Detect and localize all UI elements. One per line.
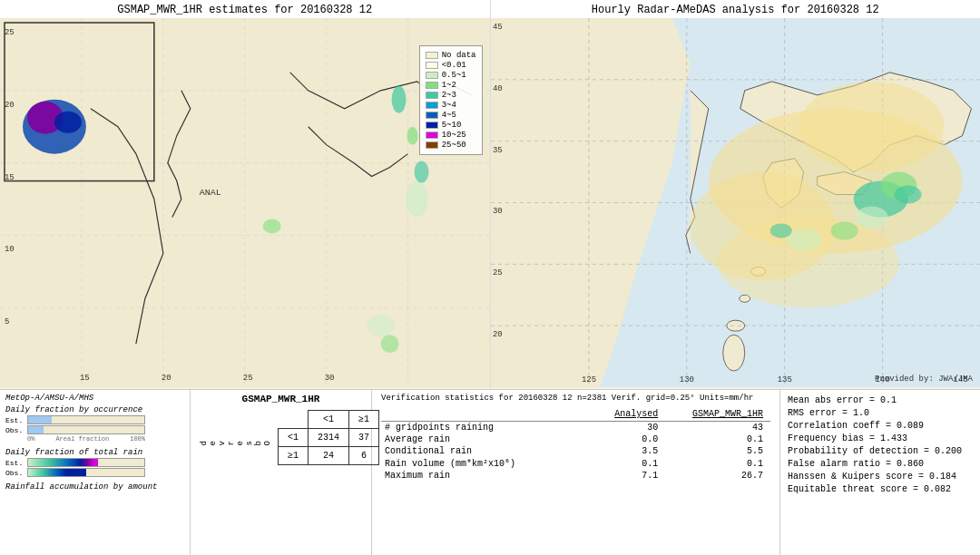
legend-color-510	[426, 122, 438, 129]
verif-table: Analysed GSMAP_MWR_1HR # gridpoints rain…	[381, 408, 770, 482]
legend-item-23: 2~3	[426, 91, 476, 100]
left-stats-panel: MetOp-A/AMSU-A/MHS Daily fraction by occ…	[0, 390, 191, 555]
error-item-7: Equitable threat score = 0.082	[788, 484, 973, 494]
legend-label-12: 1~2	[442, 81, 456, 90]
verif-row-4: Maximum rain 7.1 26.7	[381, 470, 770, 482]
contingency-table: <1 ≥1 <1 2314 37 ≥1 24 6	[278, 410, 379, 465]
svg-point-53	[855, 206, 887, 228]
error-item-0: Mean abs error = 0.1	[788, 395, 973, 405]
legend-color-34	[426, 102, 438, 109]
ctable-header-row: <1 ≥1	[279, 411, 379, 429]
legend-label-1025: 10~25	[442, 131, 466, 140]
legend-label-23: 2~3	[442, 91, 456, 100]
est-label-1: Est.	[5, 416, 25, 424]
svg-text:20: 20	[492, 330, 502, 339]
verif-label-0: # gridpoints raining	[381, 422, 595, 434]
fraction-occurrence-section: Daily fraction by occurrence Est. Obs. 0…	[5, 405, 184, 443]
right-map-svg: 45 40 35 30 25 20 125 130 135 140 145	[491, 18, 981, 387]
verif-label-3: Rain volume (mm*km²x10⁶)	[381, 457, 595, 470]
svg-point-20	[381, 335, 399, 353]
verif-label-2: Conditional rain	[381, 445, 595, 457]
svg-point-15	[407, 127, 418, 145]
rainfall-accum-label: Rainfall accumulation by amount	[5, 482, 184, 492]
legend-color-23	[426, 92, 438, 99]
error-item-1: RMS error = 1.0	[788, 408, 973, 418]
right-map-bg: 45 40 35 30 25 20 125 130 135 140 145 Pr…	[491, 18, 981, 387]
svg-point-52	[894, 186, 921, 204]
ctable-wrapper: Observed <1 ≥1 <1 2314 37	[198, 410, 364, 465]
scale-end-1: 100%	[130, 435, 145, 443]
verif-title: Verification statistics for 20160328 12 …	[381, 394, 770, 403]
svg-point-35	[726, 320, 744, 331]
legend-item-05: 0.5~1	[426, 71, 476, 80]
est-rain-fill	[28, 459, 98, 466]
legend-label-001: <0.01	[442, 61, 466, 70]
legend-color-12	[426, 82, 438, 89]
svg-text:25: 25	[5, 28, 15, 37]
obs-occurrence-row: Obs.	[5, 425, 184, 434]
left-map-svg: 25 20 15 10 5 15 20 25 30 ANAL	[0, 18, 490, 387]
error-item-5: False alarm ratio = 0.860	[788, 459, 973, 469]
svg-text:35: 35	[492, 146, 502, 155]
left-stats-title: MetOp-A/AMSU-A/MHS	[5, 394, 184, 403]
svg-point-56	[769, 223, 791, 238]
verif-val-gsmap-1: 0.1	[665, 433, 770, 445]
est-occurrence-row: Est.	[5, 415, 184, 424]
error-item-4: Probability of detection = 0.200	[788, 446, 973, 456]
svg-text:30: 30	[492, 207, 502, 216]
ctable-col-less: <1	[309, 411, 349, 429]
legend-label-2550: 25~50	[442, 141, 466, 150]
svg-point-36	[722, 335, 744, 371]
legend-color-45	[426, 112, 438, 119]
legend-label-05: 0.5~1	[442, 71, 466, 80]
verif-stats-panel: Verification statistics for 20160328 12 …	[372, 390, 780, 555]
verif-val-analysed-3: 0.1	[595, 457, 665, 470]
svg-text:15: 15	[5, 173, 15, 182]
svg-point-16	[407, 181, 428, 218]
svg-text:20: 20	[5, 101, 15, 110]
ctable-row-less: <1 2314 37	[279, 429, 379, 447]
svg-point-54	[830, 221, 858, 239]
fraction-rain-label: Daily fraction of total rain	[5, 448, 184, 457]
ctable-row-label-gte: ≥1	[279, 447, 309, 465]
obs-vertical-label: Observed	[198, 437, 274, 447]
svg-text:10: 10	[5, 245, 15, 254]
verif-header-row: Analysed GSMAP_MWR_1HR	[381, 408, 770, 421]
legend-item-2550: 25~50	[426, 141, 476, 150]
main-container: GSMAP_MWR_1HR estimates for 20160328 12	[0, 0, 980, 555]
ctable-row-gte: ≥1 24 6	[279, 447, 379, 465]
scale-start-1: 0%	[27, 435, 34, 443]
verif-val-gsmap-2: 5.5	[665, 445, 770, 457]
svg-text:130: 130	[679, 375, 693, 385]
legend-item-001: <0.01	[426, 61, 476, 70]
legend-color-1025	[426, 131, 438, 139]
verif-col-analysed: Analysed	[595, 408, 665, 421]
verif-val-analysed-0: 30	[595, 422, 665, 434]
verif-val-analysed-4: 7.1	[595, 470, 665, 482]
legend-color-001	[426, 62, 438, 69]
bar-scale-1: 0% Areal fraction 100%	[27, 435, 145, 443]
verif-val-gsmap-0: 43	[665, 422, 770, 434]
left-map-title: GSMAP_MWR_1HR estimates for 20160328 12	[0, 0, 490, 18]
verif-val-gsmap-4: 26.7	[665, 470, 770, 482]
legend-color-nodata	[426, 52, 438, 59]
legend-label-34: 3~4	[442, 101, 456, 110]
legend-item-34: 3~4	[426, 101, 476, 110]
legend-item-45: 4~5	[426, 111, 476, 120]
svg-text:30: 30	[325, 374, 335, 383]
ctable-row-label-less: <1	[279, 429, 309, 447]
svg-text:15: 15	[80, 374, 90, 383]
est-rain-row: Est.	[5, 458, 184, 467]
svg-point-13	[54, 112, 82, 133]
svg-text:5: 5	[5, 317, 9, 326]
verif-label-4: Maximum rain	[381, 470, 595, 482]
obs-rain-fill	[28, 469, 86, 476]
svg-text:45: 45	[492, 23, 502, 32]
est-occurrence-bar	[27, 415, 145, 424]
ctable-val-gtelt: 24	[309, 447, 349, 465]
svg-text:40: 40	[492, 84, 502, 93]
legend-item-510: 5~10	[426, 121, 476, 130]
obs-occurrence-fill	[28, 426, 44, 433]
verif-row-0: # gridpoints raining 30 43	[381, 422, 770, 434]
legend-item-12: 1~2	[426, 81, 476, 90]
